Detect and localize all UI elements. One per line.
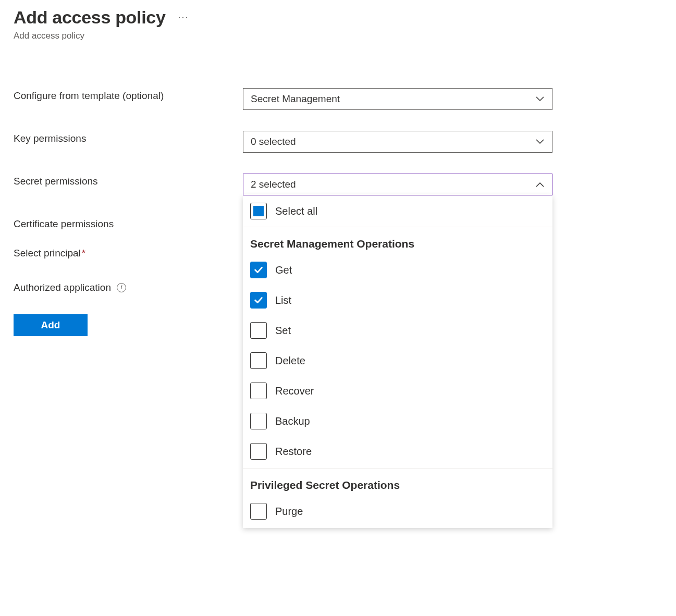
permission-checkbox[interactable] [250,413,267,429]
permission-group: Privileged Secret OperationsPurge [243,469,552,528]
permission-option[interactable]: List [250,292,545,309]
secret-permissions-label: Secret permissions [14,174,243,187]
secret-permissions-value: 2 selected [251,179,296,190]
permission-label: Set [275,325,291,337]
key-permissions-value: 0 selected [251,136,296,147]
select-all-option[interactable]: Select all [250,203,545,219]
select-all-label: Select all [275,205,317,217]
permission-option[interactable]: Delete [250,352,545,369]
permission-checkbox[interactable] [250,352,267,369]
permission-checkbox[interactable] [250,503,267,520]
page-subtitle: Add access policy [14,31,662,41]
permission-label: Delete [275,355,305,367]
info-icon[interactable]: i [117,283,126,292]
permission-checkbox[interactable] [250,262,267,278]
permission-option[interactable]: Get [250,262,545,278]
configure-template-label: Configure from template (optional) [14,88,243,102]
permission-label: Get [275,264,292,276]
add-button[interactable]: Add [14,314,88,336]
certificate-permissions-label: Certificate permissions [14,216,243,230]
more-icon[interactable]: ··· [178,12,189,23]
key-permissions-label: Key permissions [14,131,243,144]
permission-option[interactable]: Purge [250,503,545,520]
select-all-checkbox[interactable] [250,203,267,219]
permission-option[interactable]: Recover [250,383,545,399]
permission-option[interactable]: Restore [250,443,545,460]
permission-checkbox[interactable] [250,292,267,309]
page-title: Add access policy [14,7,166,28]
secret-permissions-dropdown[interactable]: 2 selected [243,174,552,195]
permission-label: Recover [275,385,314,397]
required-star-icon: * [82,248,85,258]
key-permissions-dropdown[interactable]: 0 selected [243,131,552,153]
permission-group: Secret Management OperationsGetListSetDe… [243,227,552,469]
chevron-down-icon [535,137,545,146]
permission-checkbox[interactable] [250,443,267,460]
permission-label: Restore [275,446,312,458]
configure-template-value: Secret Management [251,93,340,105]
chevron-down-icon [535,94,545,104]
permission-checkbox[interactable] [250,322,267,339]
permission-checkbox[interactable] [250,383,267,399]
select-principal-label: Select principal* [14,245,243,259]
chevron-up-icon [535,180,545,189]
authorized-application-label: Authorized application i [14,280,243,293]
group-heading: Secret Management Operations [250,238,545,250]
permission-option[interactable]: Set [250,322,545,339]
group-heading: Privileged Secret Operations [250,479,545,491]
permission-label: List [275,294,291,306]
permission-option[interactable]: Backup [250,413,545,429]
permission-label: Backup [275,415,310,427]
secret-permissions-panel: Select all Secret Management OperationsG… [243,195,552,528]
configure-template-dropdown[interactable]: Secret Management [243,88,552,110]
permission-label: Purge [275,506,303,518]
